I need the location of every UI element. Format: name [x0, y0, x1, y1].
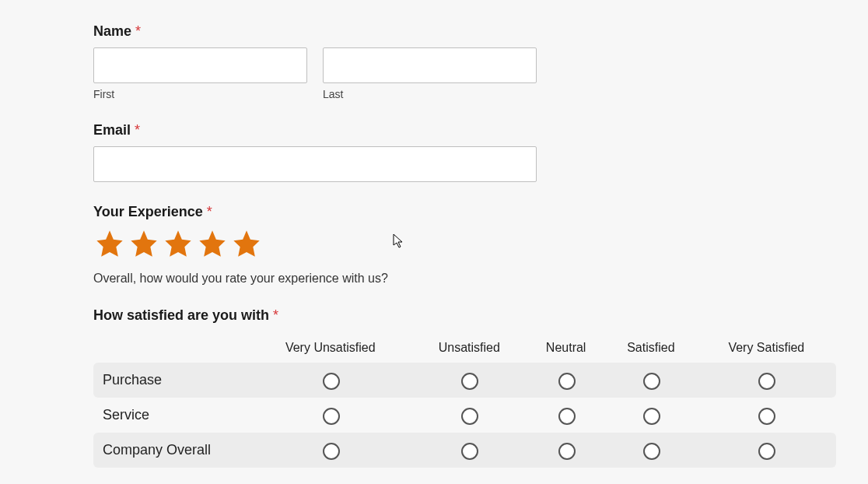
- last-name-sublabel: Last: [323, 88, 537, 100]
- name-required-mark: *: [135, 23, 141, 39]
- satisfaction-label-text: How satisfied are you with: [93, 307, 269, 323]
- star-icon[interactable]: [128, 228, 160, 259]
- first-name-input[interactable]: [93, 47, 307, 83]
- satisfaction-radio[interactable]: [758, 373, 775, 390]
- satisfaction-col-header: Very Unsatisfied: [249, 333, 411, 363]
- satisfaction-radio[interactable]: [323, 408, 340, 425]
- email-required-mark: *: [135, 122, 140, 138]
- satisfaction-radio[interactable]: [323, 373, 340, 390]
- experience-label-text: Your Experience: [93, 204, 203, 219]
- star-icon[interactable]: [162, 228, 194, 259]
- satisfaction-radio[interactable]: [758, 408, 775, 425]
- satisfaction-radio[interactable]: [643, 408, 660, 425]
- first-name-sublabel: First: [93, 88, 307, 100]
- name-label: Name *: [93, 23, 775, 40]
- satisfaction-col-header: Neutral: [527, 333, 605, 363]
- experience-required-mark: *: [207, 204, 212, 219]
- experience-field-group: Your Experience * Overall, how would you…: [93, 204, 775, 286]
- satisfaction-radio[interactable]: [558, 408, 576, 425]
- email-input[interactable]: [93, 146, 537, 182]
- satisfaction-label: How satisfied are you with *: [93, 307, 775, 324]
- form-container: Name * First Last Email * Your Experienc…: [0, 0, 868, 484]
- star-icon[interactable]: [93, 228, 126, 259]
- name-label-text: Name: [93, 23, 131, 39]
- satisfaction-radio[interactable]: [643, 373, 660, 390]
- email-label: Email *: [93, 122, 775, 139]
- satisfaction-radio[interactable]: [558, 443, 576, 460]
- satisfaction-header-row: Very Unsatisfied Unsatisfied Neutral Sat…: [93, 333, 836, 363]
- satisfaction-row-label: Company Overall: [93, 433, 249, 468]
- satisfaction-table: Very Unsatisfied Unsatisfied Neutral Sat…: [93, 333, 836, 468]
- satisfaction-radio[interactable]: [323, 443, 340, 460]
- table-row: Company Overall: [93, 433, 836, 468]
- satisfaction-radio[interactable]: [558, 373, 576, 390]
- satisfaction-field-group: How satisfied are you with * Very Unsati…: [93, 307, 775, 468]
- satisfaction-radio[interactable]: [461, 373, 478, 390]
- experience-label: Your Experience *: [93, 204, 775, 220]
- email-label-text: Email: [93, 122, 131, 138]
- satisfaction-row-label: Service: [93, 398, 249, 433]
- last-name-column: Last: [323, 47, 537, 100]
- satisfaction-radio[interactable]: [461, 408, 478, 425]
- star-rating-row: [93, 228, 775, 259]
- name-field-group: Name * First Last: [93, 23, 775, 100]
- satisfaction-required-mark: *: [273, 307, 278, 323]
- satisfaction-radio[interactable]: [643, 443, 660, 460]
- experience-help-text: Overall, how would you rate your experie…: [93, 272, 775, 286]
- satisfaction-header-blank: [93, 333, 249, 363]
- satisfaction-radio[interactable]: [758, 443, 775, 460]
- table-row: Service: [93, 398, 836, 433]
- star-icon[interactable]: [196, 228, 229, 259]
- email-field-group: Email *: [93, 122, 775, 182]
- satisfaction-col-header: Very Satisfied: [697, 333, 836, 363]
- satisfaction-col-header: Unsatisfied: [411, 333, 527, 363]
- table-row: Purchase: [93, 363, 836, 398]
- satisfaction-radio[interactable]: [461, 443, 478, 460]
- first-name-column: First: [93, 47, 307, 100]
- satisfaction-row-label: Purchase: [93, 363, 249, 398]
- satisfaction-col-header: Satisfied: [605, 333, 697, 363]
- name-row: First Last: [93, 47, 775, 100]
- last-name-input[interactable]: [323, 47, 537, 83]
- star-icon[interactable]: [230, 228, 263, 259]
